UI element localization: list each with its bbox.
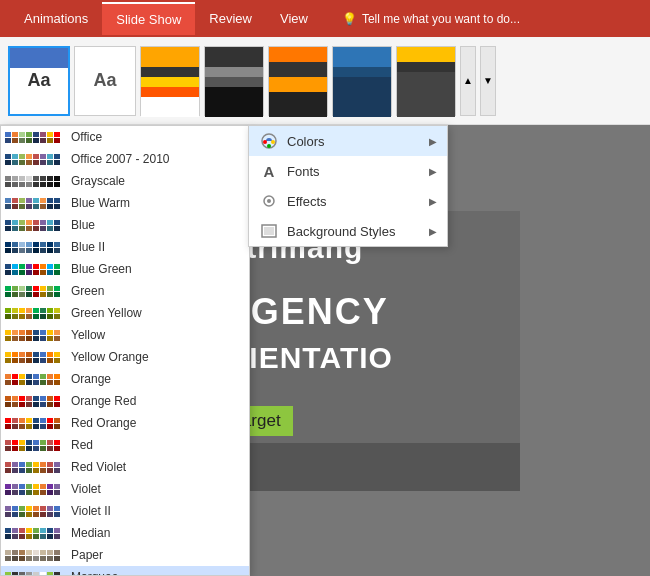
svg-rect-7 bbox=[264, 227, 274, 235]
theme-row: Aa Aa ▲ ▼ bbox=[0, 37, 650, 125]
tab-slideshow[interactable]: Slide Show bbox=[102, 2, 195, 35]
tell-me-text: Tell me what you want to do... bbox=[362, 12, 520, 26]
svg-point-2 bbox=[271, 140, 275, 144]
svg-point-1 bbox=[263, 140, 267, 144]
color-item-label: Red Violet bbox=[71, 460, 126, 474]
tab-animations[interactable]: Animations bbox=[10, 3, 102, 34]
color-item-label: Yellow Orange bbox=[71, 350, 149, 364]
theme-thumb-7[interactable] bbox=[396, 46, 456, 116]
color-item-label: Blue II bbox=[71, 240, 105, 254]
background-label: Background Styles bbox=[287, 224, 395, 239]
color-item[interactable]: Green Yellow bbox=[1, 302, 249, 324]
main-area: ⊙ uantrimang RKS AGENCY YEE ORIENTATIO v… bbox=[0, 125, 650, 576]
submenu-item-colors[interactable]: Colors ▶ bbox=[249, 126, 447, 156]
color-item[interactable]: Median bbox=[1, 522, 249, 544]
theme-scroll-up[interactable]: ▲ bbox=[460, 46, 476, 116]
color-list: OfficeOffice 2007 - 2010GrayscaleBlue Wa… bbox=[1, 126, 249, 576]
color-item-label: Violet II bbox=[71, 504, 111, 518]
lightbulb-icon: 💡 bbox=[342, 12, 357, 26]
theme-thumb-2[interactable]: Aa bbox=[74, 46, 136, 116]
effects-arrow: ▶ bbox=[429, 196, 437, 207]
theme-thumb-6[interactable] bbox=[332, 46, 392, 116]
submenu-item-background[interactable]: Background Styles ▶ bbox=[249, 216, 447, 246]
color-item-label: Violet bbox=[71, 482, 101, 496]
color-item-label: Green bbox=[71, 284, 104, 298]
theme-thumb-4[interactable] bbox=[204, 46, 264, 116]
color-item-label: Office 2007 - 2010 bbox=[71, 152, 170, 166]
fonts-arrow: ▶ bbox=[429, 166, 437, 177]
color-item-label: Orange Red bbox=[71, 394, 136, 408]
theme-thumb-1[interactable]: Aa bbox=[8, 46, 70, 116]
svg-point-3 bbox=[267, 144, 271, 148]
color-item[interactable]: Red Violet bbox=[1, 456, 249, 478]
color-item-label: Paper bbox=[71, 548, 103, 562]
colors-arrow: ▶ bbox=[429, 136, 437, 147]
color-item-label: Red Orange bbox=[71, 416, 136, 430]
color-item[interactable]: Violet bbox=[1, 478, 249, 500]
color-item-label: Office bbox=[71, 130, 102, 144]
color-item[interactable]: Blue Green bbox=[1, 258, 249, 280]
color-item-label: Marquee bbox=[71, 570, 118, 576]
color-item-label: Blue Green bbox=[71, 262, 132, 276]
colors-icon bbox=[259, 131, 279, 151]
color-item-label: Median bbox=[71, 526, 110, 540]
color-item-label: Yellow bbox=[71, 328, 105, 342]
effects-icon bbox=[259, 191, 279, 211]
color-item[interactable]: Violet II bbox=[1, 500, 249, 522]
submenu-item-fonts[interactable]: A Fonts ▶ bbox=[249, 156, 447, 186]
background-icon bbox=[259, 221, 279, 241]
colors-label: Colors bbox=[287, 134, 325, 149]
theme-scroll-down[interactable]: ▼ bbox=[480, 46, 496, 116]
color-item[interactable]: Marquee bbox=[1, 566, 249, 576]
color-item[interactable]: Green bbox=[1, 280, 249, 302]
submenu-item-effects[interactable]: Effects ▶ bbox=[249, 186, 447, 216]
color-item[interactable]: Red bbox=[1, 434, 249, 456]
svg-point-5 bbox=[267, 199, 271, 203]
theme-thumb-5[interactable] bbox=[268, 46, 328, 116]
color-item[interactable]: Blue bbox=[1, 214, 249, 236]
color-item[interactable]: Blue II bbox=[1, 236, 249, 258]
color-item[interactable]: Orange bbox=[1, 368, 249, 390]
tab-review[interactable]: Review bbox=[195, 3, 266, 34]
color-item[interactable]: Blue Warm bbox=[1, 192, 249, 214]
dropdown-menu: OfficeOffice 2007 - 2010GrayscaleBlue Wa… bbox=[0, 125, 250, 576]
ribbon-bar: Animations Slide Show Review View 💡 Tell… bbox=[0, 0, 650, 37]
color-item[interactable]: Grayscale bbox=[1, 170, 249, 192]
color-item[interactable]: Paper bbox=[1, 544, 249, 566]
color-item-label: Blue bbox=[71, 218, 95, 232]
color-item[interactable]: Yellow bbox=[1, 324, 249, 346]
background-arrow: ▶ bbox=[429, 226, 437, 237]
color-item[interactable]: Yellow Orange bbox=[1, 346, 249, 368]
submenu-panel: Colors ▶ A Fonts ▶ Effects ▶ Background … bbox=[248, 125, 448, 247]
color-item-label: Green Yellow bbox=[71, 306, 142, 320]
fonts-icon: A bbox=[259, 161, 279, 181]
color-item[interactable]: Orange Red bbox=[1, 390, 249, 412]
color-item-label: Blue Warm bbox=[71, 196, 130, 210]
tab-view[interactable]: View bbox=[266, 3, 322, 34]
color-item-label: Red bbox=[71, 438, 93, 452]
color-item[interactable]: Office 2007 - 2010 bbox=[1, 148, 249, 170]
color-item-label: Grayscale bbox=[71, 174, 125, 188]
effects-label: Effects bbox=[287, 194, 327, 209]
color-item[interactable]: Red Orange bbox=[1, 412, 249, 434]
theme-thumb-3[interactable] bbox=[140, 46, 200, 116]
tell-me-box[interactable]: 💡 Tell me what you want to do... bbox=[342, 12, 520, 26]
color-item[interactable]: Office bbox=[1, 126, 249, 148]
color-item-label: Orange bbox=[71, 372, 111, 386]
fonts-label: Fonts bbox=[287, 164, 320, 179]
